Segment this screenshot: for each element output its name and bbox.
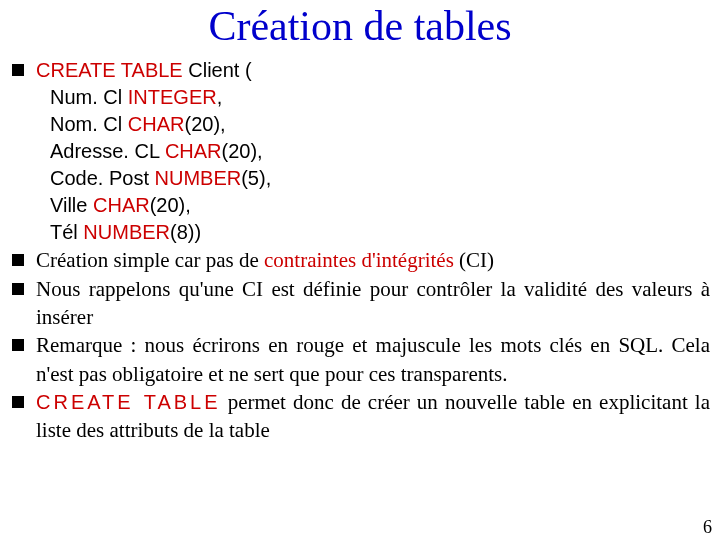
text-part: (CI) — [454, 248, 494, 272]
col-tail: (20), — [184, 113, 225, 135]
bullet-creation-simple: Création simple car pas de contraintes d… — [10, 246, 710, 274]
text-contraintes: contraintes d'intégrités — [264, 248, 454, 272]
col-type: NUMBER — [155, 167, 242, 189]
sql-col-nomcl: Nom. Cl CHAR(20), — [50, 111, 710, 138]
bullet-text: Remarque : nous écrirons en rouge et maj… — [36, 331, 710, 388]
bullet-rappel-ci: Nous rappelons qu'une CI est définie pou… — [10, 275, 710, 332]
sql-col-tel: Tél NUMBER(8)) — [50, 219, 710, 246]
col-tail: (20), — [150, 194, 191, 216]
col-type: CHAR — [165, 140, 222, 162]
col-name: Ville — [50, 194, 93, 216]
bullet-marker-icon — [12, 339, 24, 351]
bullet-text: CREATE TABLE permet donc de créer un nou… — [36, 388, 710, 445]
col-type: INTEGER — [128, 86, 217, 108]
bullet-marker-icon — [12, 64, 24, 76]
col-tail: , — [217, 86, 223, 108]
col-name: Code. Post — [50, 167, 155, 189]
col-tail: (20), — [222, 140, 263, 162]
col-name: Adresse. CL — [50, 140, 165, 162]
col-name: Tél — [50, 221, 83, 243]
bullet-text: Nous rappelons qu'une CI est définie pou… — [36, 275, 710, 332]
bullet-marker-icon — [12, 283, 24, 295]
col-type: NUMBER — [83, 221, 170, 243]
col-name: Nom. Cl — [50, 113, 128, 135]
bullet-create-table: CREATE TABLE Client ( — [10, 56, 710, 84]
bullet-create-explain: CREATE TABLE permet donc de créer un nou… — [10, 388, 710, 445]
col-tail: (5), — [241, 167, 271, 189]
col-type: CHAR — [128, 113, 185, 135]
sql-col-adresse: Adresse. CL CHAR(20), — [50, 138, 710, 165]
col-type: CHAR — [93, 194, 150, 216]
page-number: 6 — [703, 517, 712, 538]
content-area: CREATE TABLE Client ( Num. Cl INTEGER, N… — [10, 56, 710, 445]
text-part: Création simple car pas de — [36, 248, 264, 272]
sql-col-codepost: Code. Post NUMBER(5), — [50, 165, 710, 192]
sql-create-keyword: CREATE TABLE — [36, 59, 183, 81]
col-tail: (8)) — [170, 221, 201, 243]
sql-col-ville: Ville CHAR(20), — [50, 192, 710, 219]
bullet-marker-icon — [12, 254, 24, 266]
sql-table-name: Client ( — [183, 59, 252, 81]
sql-col-numcl: Num. Cl INTEGER, — [50, 84, 710, 111]
slide-title: Création de tables — [10, 2, 710, 50]
slide: Création de tables CREATE TABLE Client (… — [0, 2, 720, 540]
bullet-text: Création simple car pas de contraintes d… — [36, 246, 710, 274]
bullet-remarque: Remarque : nous écrirons en rouge et maj… — [10, 331, 710, 388]
bullet-text: CREATE TABLE Client ( — [36, 56, 710, 84]
sql-create-keyword: CREATE TABLE — [36, 391, 221, 413]
bullet-marker-icon — [12, 396, 24, 408]
col-name: Num. Cl — [50, 86, 128, 108]
